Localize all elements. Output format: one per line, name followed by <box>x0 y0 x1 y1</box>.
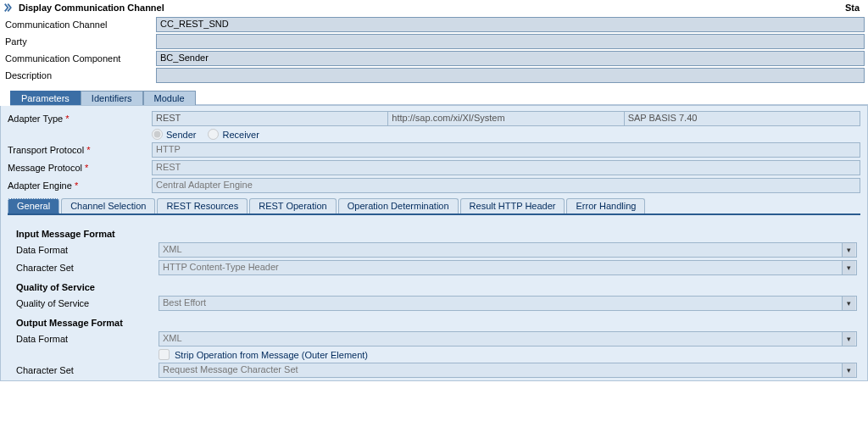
dropdown-qos[interactable]: Best Effort ▾ <box>159 296 857 311</box>
field-comm-component: BC_Sender <box>156 51 865 66</box>
subtab-rest-operation[interactable]: REST Operation <box>249 198 337 213</box>
checkbox-strip-operation[interactable]: Strip Operation from Message (Outer Elem… <box>11 349 857 360</box>
status-text: Sta <box>845 3 865 13</box>
chevron-down-icon: ▾ <box>842 243 855 257</box>
chevron-down-icon: ▾ <box>842 332 855 346</box>
label-party: Party <box>3 36 156 47</box>
field-message-protocol: REST <box>152 160 860 175</box>
radio-receiver[interactable]: Receiver <box>208 129 259 140</box>
section-input-message-format: Input Message Format <box>16 229 857 239</box>
label-adapter-engine: Adapter Engine * <box>8 180 152 191</box>
header-form: Communication Channel CC_REST_SND Party … <box>0 17 868 83</box>
field-transport-protocol: HTTP <box>152 142 860 158</box>
tab-identifiers[interactable]: Identifiers <box>81 91 143 105</box>
tab-parameters[interactable]: Parameters <box>10 91 81 105</box>
label-message-protocol: Message Protocol * <box>8 163 152 173</box>
label-adapter-type: Adapter Type * <box>8 114 152 124</box>
dropdown-output-data-format[interactable]: XML ▾ <box>159 331 857 347</box>
label-transport-protocol: Transport Protocol * <box>8 145 152 155</box>
label-qos: Quality of Service <box>16 298 159 308</box>
label-strip-operation: Strip Operation from Message (Outer Elem… <box>175 350 368 360</box>
field-party <box>156 34 865 49</box>
direction-radio-group: Sender Receiver <box>152 129 259 140</box>
chevron-down-icon: ▾ <box>842 297 855 310</box>
label-comm-component: Communication Component <box>3 53 156 64</box>
subtab-rest-resources[interactable]: REST Resources <box>157 198 248 213</box>
field-adapter-type-namespace: http://sap.com/xi/XI/System <box>387 111 623 126</box>
field-description <box>156 68 865 83</box>
page-title: Display Communication Channel <box>19 3 164 13</box>
field-comm-channel: CC_REST_SND <box>156 17 865 32</box>
parameters-panel: Adapter Type * REST http://sap.com/xi/XI… <box>0 106 868 381</box>
tab-module[interactable]: Module <box>143 91 196 105</box>
dropdown-output-charset[interactable]: Request Message Character Set ▾ <box>159 363 857 378</box>
channel-icon <box>3 2 15 14</box>
label-description: Description <box>3 70 156 80</box>
dropdown-input-charset[interactable]: HTTP Content-Type Header ▾ <box>159 260 857 275</box>
radio-sender[interactable]: Sender <box>152 129 196 140</box>
sub-tabstrip: General Channel Selection REST Resources… <box>8 198 860 215</box>
label-input-data-format: Data Format <box>16 245 159 255</box>
section-output-message-format: Output Message Format <box>16 318 857 328</box>
label-output-data-format: Data Format <box>16 334 159 344</box>
label-output-charset: Character Set <box>16 365 159 375</box>
subtab-channel-selection[interactable]: Channel Selection <box>61 198 155 213</box>
chevron-down-icon: ▾ <box>842 261 855 274</box>
section-quality-of-service: Quality of Service <box>16 282 857 292</box>
main-tabstrip: Parameters Identifiers Module <box>10 90 868 106</box>
subtab-result-http-header[interactable]: Result HTTP Header <box>460 198 565 213</box>
chevron-down-icon: ▾ <box>842 363 855 377</box>
subtab-general[interactable]: General <box>8 198 59 213</box>
general-panel: Input Message Format Data Format XML ▾ C… <box>8 215 860 378</box>
adapter-type-fields: REST http://sap.com/xi/XI/System SAP BAS… <box>152 111 860 126</box>
field-adapter-type-name: REST <box>152 111 387 126</box>
label-comm-channel: Communication Channel <box>3 19 156 30</box>
subtab-operation-determination[interactable]: Operation Determination <box>338 198 459 213</box>
field-adapter-engine: Central Adapter Engine <box>152 178 860 193</box>
label-input-charset: Character Set <box>16 263 159 273</box>
field-adapter-type-swcv: SAP BASIS 7.40 <box>624 111 860 126</box>
title-bar: Display Communication Channel Sta <box>0 0 868 15</box>
subtab-error-handling[interactable]: Error Handling <box>566 198 645 213</box>
dropdown-input-data-format[interactable]: XML ▾ <box>159 242 857 258</box>
